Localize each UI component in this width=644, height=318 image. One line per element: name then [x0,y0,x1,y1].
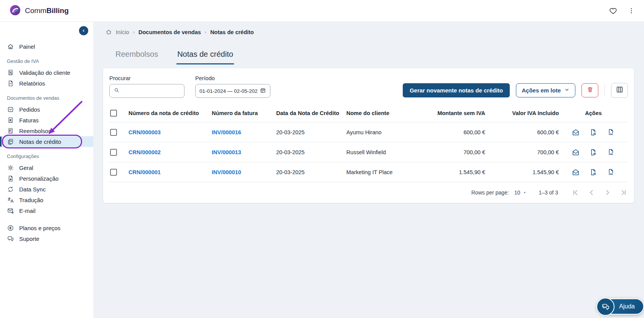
search-icon [114,87,120,95]
amount-with-vat: 1.545,90 € [485,169,559,175]
send-email-icon[interactable] [572,128,580,137]
columns-icon [616,86,624,95]
sidebar-item-reembolsos[interactable]: Reembolsos [0,125,93,136]
previous-page-icon[interactable] [587,188,596,197]
credit-notes-icon [7,138,14,145]
sidebar-item-label: Reembolsos [19,128,51,134]
select-all-checkbox[interactable] [110,110,117,117]
search-input[interactable] [123,87,180,95]
breadcrumb-item-documentos-de-vendas[interactable]: Documentos de vendas [138,29,201,35]
sidebar-collapse-button[interactable] [79,26,88,35]
period-input[interactable]: 01-01-2024 — 02-05-202 [195,84,270,98]
sidebar-item-label: E-mail [19,208,36,214]
search-field: Procurar [109,75,184,98]
sidebar-item-label: Painel [19,43,35,50]
receipt-euro-icon [7,117,14,124]
sidebar-item-label: Tradução [19,197,43,203]
send-email-icon[interactable] [572,148,580,157]
export-document-icon[interactable] [589,168,598,176]
download-xml-icon[interactable]: XML [607,168,615,176]
tab-notas-de-credito[interactable]: Notas de crédito [176,50,234,64]
breadcrumb-item-inicio[interactable]: Início [116,29,129,35]
column-header: Valor IVA Incluido [485,110,559,116]
document-icon [7,80,14,87]
sidebar-item-label: Personalização [19,175,59,182]
pagination-range-label: 1–3 of 3 [539,189,558,196]
breadcrumb-item-notas-de-credito: Notas de crédito [210,29,254,35]
sidebar-item-label: Notas de crédito [19,138,61,145]
credit-note-date: 20-03-2025 [276,169,346,175]
sidebar-item-faturas[interactable]: Faturas [0,115,93,125]
batch-actions-button[interactable]: Ações em lote [516,83,575,97]
invoice-link[interactable]: INV/000010 [212,169,276,175]
help-button[interactable]: Ajuda [597,298,644,315]
brand-logo-icon [9,4,21,18]
table-row: CRN/000001 INV/000010 20-03-2025 Marketi… [109,162,628,182]
chat-icon [7,235,14,242]
heart-icon[interactable] [609,7,617,15]
filter-toolbar-row: Procurar Período 01-01-2024 — 02-05-202 [109,75,628,98]
sidebar-item-pedidos[interactable]: Pedidos [0,104,93,115]
sidebar-item-data-sync[interactable]: Data Sync [0,184,93,194]
regenerate-credit-notes-button[interactable]: Gerar novamente notas de crédito [403,83,510,97]
toolbar-buttons: Gerar novamente notas de crédito Ações e… [403,83,628,98]
search-label: Procurar [109,75,184,81]
amount-with-vat: 600,00 € [485,129,559,135]
sidebar-item-relatorios[interactable]: Relatórios [0,78,93,89]
brand-logo[interactable]: CommBilling [9,4,69,18]
sidebar-item-email[interactable]: E-mail [0,205,93,216]
sidebar-item-validacao-do-cliente[interactable]: Validação do cliente [0,67,93,78]
tab-reembolsos[interactable]: Reembolsos [115,50,159,64]
row-checkbox[interactable] [110,149,117,156]
rows-per-page-value: 10 [514,189,520,196]
delete-button[interactable] [581,83,598,97]
row-checkbox[interactable] [110,169,117,176]
column-header: Ações [559,110,628,116]
sidebar-item-geral[interactable]: Geral [0,162,93,173]
sidebar-item-traducao[interactable]: Tradução [0,194,93,205]
search-input-wrapper [109,84,184,98]
amount-without-vat: 700,00 € [408,149,485,155]
row-checkbox[interactable] [110,129,117,136]
calendar-icon [260,87,266,95]
row-actions: XML [559,148,628,157]
sidebar-section-documentos-de-vendas: Documentos de vendas [0,95,93,101]
euro-circle-icon [7,224,14,232]
sidebar-item-personalizacao[interactable]: Personalização [0,173,93,184]
export-document-icon[interactable] [589,148,598,157]
topbar-actions [609,7,635,15]
credit-note-link[interactable]: CRN/000001 [128,169,212,175]
download-xml-icon[interactable]: XML [607,148,615,157]
export-document-icon[interactable] [589,128,598,137]
columns-button[interactable] [611,83,628,98]
credit-note-link[interactable]: CRN/000002 [128,149,212,155]
sidebar-item-label: Validação do cliente [19,69,70,76]
svg-text:XML: XML [609,173,614,175]
chevron-down-icon [564,87,570,94]
batch-actions-label: Ações em lote [522,87,561,94]
sidebar-item-planos-e-precos[interactable]: Planos e preços [0,222,93,233]
invoice-link[interactable]: INV/000016 [212,129,276,135]
pagination-nav [571,188,628,197]
credit-note-link[interactable]: CRN/000003 [128,129,212,135]
sidebar-item-painel[interactable]: Painel [0,41,93,52]
invoice-link[interactable]: INV/000013 [212,149,276,155]
table-row: CRN/000003 INV/000016 20-03-2025 Ayumu H… [109,122,628,142]
kebab-menu-icon[interactable] [628,7,635,15]
rows-per-page-label: Rows per page: [471,189,509,196]
download-xml-icon[interactable]: XML [607,128,615,137]
sidebar-item-notas-de-credito[interactable]: Notas de crédito [0,136,93,147]
next-page-icon[interactable] [603,188,612,197]
help-chat-icon [596,298,614,316]
home-icon[interactable] [105,29,112,35]
sidebar-item-suporte[interactable]: Suporte [0,233,93,244]
table-header-row: Número da nota de crédito Número da fatu… [109,104,628,122]
app-screen: CommBilling Painel Gestão de [0,0,644,318]
send-email-icon[interactable] [572,168,580,176]
sidebar-nav: Painel Gestão de IVA Validação do client… [0,22,93,244]
first-page-icon[interactable] [571,188,580,197]
column-header: Data da Nota de Crédito [276,110,346,116]
rows-per-page-select[interactable]: 10 [514,189,527,196]
last-page-icon[interactable] [619,188,628,197]
receipt-return-icon [7,127,14,135]
